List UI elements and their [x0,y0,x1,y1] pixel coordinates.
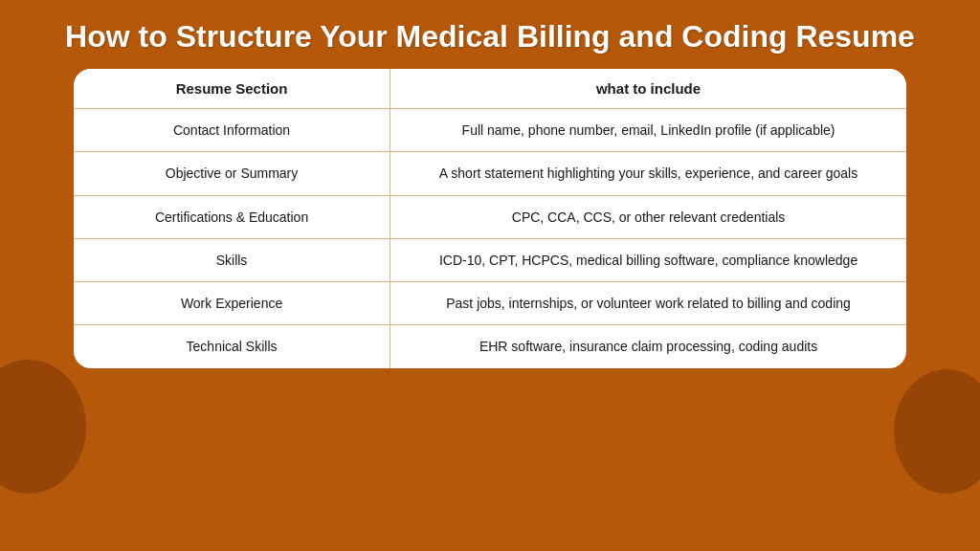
table-row: Work ExperiencePast jobs, internships, o… [74,282,906,325]
cell-include-4: Past jobs, internships, or volunteer wor… [390,282,906,325]
cell-section-4: Work Experience [74,282,390,325]
cell-section-1: Objective or Summary [74,152,390,195]
table-row: Objective or SummaryA short statement hi… [74,152,906,195]
cell-section-0: Contact Information [74,109,390,152]
cell-include-2: CPC, CCA, CCS, or other relevant credent… [390,195,906,238]
resume-structure-table: Resume Section what to include Contact I… [74,69,906,368]
page-title: How to Structure Your Medical Billing an… [38,17,942,55]
table-row: Contact InformationFull name, phone numb… [74,109,906,152]
cell-section-2: Certifications & Education [74,195,390,238]
cell-include-3: ICD-10, CPT, HCPCS, medical billing soft… [390,238,906,281]
cell-section-3: Skills [74,238,390,281]
column-header-section: Resume Section [74,69,390,109]
cell-include-1: A short statement highlighting your skil… [390,152,906,195]
cell-include-0: Full name, phone number, email, LinkedIn… [390,109,906,152]
table-header-row: Resume Section what to include [74,69,906,109]
table-row: Certifications & EducationCPC, CCA, CCS,… [74,195,906,238]
bg-decor-left [0,360,86,494]
bg-decor-right [894,369,980,494]
page-header: How to Structure Your Medical Billing an… [0,0,980,69]
cell-include-5: EHR software, insurance claim processing… [390,325,906,368]
table-row: Technical SkillsEHR software, insurance … [74,325,906,368]
table-container: Resume Section what to include Contact I… [74,69,906,368]
column-header-include: what to include [390,69,906,109]
cell-section-5: Technical Skills [74,325,390,368]
table-row: SkillsICD-10, CPT, HCPCS, medical billin… [74,238,906,281]
